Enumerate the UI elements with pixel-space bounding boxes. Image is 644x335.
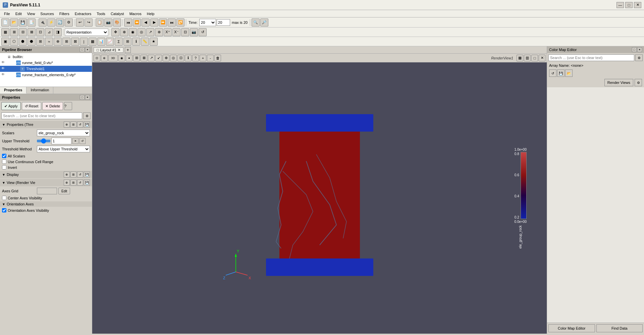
settings-button[interactable]: ⚙ — [65, 18, 73, 27]
change-input-button[interactable]: 📋 — [96, 18, 104, 27]
rotate-x-button[interactable]: X⁺ — [164, 28, 172, 36]
tb2-btn5[interactable]: ⊡ — [36, 28, 44, 36]
camera-button[interactable]: 📷 — [190, 28, 198, 36]
apply-button[interactable]: ✔ Apply — [1, 102, 21, 110]
orientation-axes-section-header[interactable]: ▼ Orientation Axes — [0, 201, 92, 207]
play-backward-button[interactable]: ◀ — [142, 18, 150, 27]
zoom-button[interactable]: ⊕ — [155, 28, 163, 36]
eye-icon-threshold[interactable]: 👁 — [1, 66, 6, 71]
pipeline-item-field[interactable]: 👁 VTK runme_field_0.vtu* — [0, 60, 92, 66]
props-close-button[interactable]: ✕ — [85, 95, 90, 100]
view-reset-button[interactable]: ↺ — [77, 180, 83, 186]
maximize-button[interactable]: □ — [625, 2, 633, 8]
new-button[interactable]: 📄 — [1, 18, 9, 27]
vt-btn15[interactable]: + — [200, 55, 206, 61]
save-button[interactable]: 💾 — [19, 18, 27, 27]
display-section-header[interactable]: ▼ Display ⊕ ⊞ ↺ 💾 — [0, 171, 92, 178]
vt-btn8[interactable]: ↗ — [148, 55, 155, 61]
last-frame-button[interactable]: ⏭ — [168, 18, 176, 27]
reset-camera-button[interactable]: 🔄 — [56, 18, 64, 27]
continuous-cell-range-checkbox[interactable] — [2, 159, 6, 164]
t3-btn2[interactable]: ⬡ — [10, 38, 18, 46]
color-map-editor-button[interactable]: Color Map Editor — [548, 324, 595, 332]
all-scalars-checkbox[interactable] — [2, 154, 6, 158]
menu-extractors[interactable]: Extractors — [72, 11, 94, 16]
cme-save-button[interactable]: 💾 — [557, 69, 565, 77]
view-maximize-button[interactable]: □ — [531, 55, 538, 61]
move-button[interactable]: ↗ — [146, 28, 154, 36]
layout-tab-1[interactable]: □ Layout #1 ✕ — [94, 47, 123, 53]
vt-btn13[interactable]: ℹ — [185, 55, 192, 61]
first-frame-button[interactable]: ⏮ — [124, 18, 132, 27]
properties-search-input[interactable] — [1, 112, 82, 119]
tb2-btn7[interactable]: ◨ — [54, 28, 62, 36]
eye-icon-fracture[interactable]: 👁 — [1, 73, 6, 77]
rotate-y-button[interactable]: X⁻ — [172, 28, 180, 36]
pipeline-minimize-button[interactable]: □ — [80, 47, 85, 52]
pipeline-item-threshold[interactable]: 👁 T Threshold1 — [0, 66, 92, 72]
upper-threshold-input[interactable] — [51, 138, 71, 144]
menu-edit[interactable]: Edit — [13, 11, 24, 16]
vt-btn12[interactable]: ⊡ — [177, 55, 184, 61]
vt-btn5[interactable]: ● — [126, 55, 132, 61]
eye-icon-field[interactable]: 👁 — [1, 60, 6, 65]
pipeline-item-fracture[interactable]: 👁 VTK runme_fracture_elements_0.vtp* — [0, 72, 92, 78]
t3-annot-btn[interactable]: ℹ — [132, 38, 140, 46]
t3-btn1[interactable]: ▣ — [1, 38, 9, 46]
open-button[interactable]: 📂 — [10, 18, 18, 27]
vt-btn7[interactable]: ⊠ — [141, 55, 147, 61]
section-copy-button[interactable]: ⊕ — [64, 122, 70, 128]
pick-button[interactable]: ⊕ — [120, 28, 128, 36]
t3-btn3[interactable]: ⬢ — [19, 38, 27, 46]
help-button[interactable]: ? — [64, 102, 72, 110]
vt-3d[interactable]: 3D — [108, 55, 118, 61]
display-paste-button[interactable]: ⊞ — [70, 172, 76, 178]
t3-ruler-btn[interactable]: 📏 — [141, 38, 149, 46]
t3-hist-btn[interactable]: 📈 — [106, 38, 114, 46]
cme-minimize-button[interactable]: □ — [632, 47, 637, 52]
select-cells-button[interactable]: ◉ — [129, 28, 137, 36]
select-points-button[interactable]: ◎ — [138, 28, 146, 36]
color-editor-button[interactable]: 🎨 — [113, 18, 121, 27]
add-layout-button[interactable]: + — [125, 47, 131, 53]
tb2-btn4[interactable]: ⊠ — [28, 28, 36, 36]
vt-btn11[interactable]: ◎ — [170, 55, 177, 61]
tab-properties[interactable]: Properties — [0, 87, 26, 94]
vt-btn10[interactable]: ⊕ — [163, 55, 169, 61]
vt-pick[interactable]: ⊕ — [101, 55, 108, 61]
center-axes-checkbox[interactable] — [2, 196, 6, 200]
menu-filters[interactable]: Filters — [57, 11, 72, 16]
cme-extra-button[interactable]: ⚙ — [635, 79, 642, 86]
render-views-button[interactable]: Render Views — [604, 79, 633, 86]
t3-stats-btn[interactable]: Σ — [115, 38, 123, 46]
menu-view[interactable]: View — [24, 11, 38, 16]
t3-btn4[interactable]: ⬣ — [28, 38, 36, 46]
upper-threshold-slider[interactable] — [37, 140, 50, 142]
view-paste-button[interactable]: ⊞ — [70, 180, 76, 186]
play-button[interactable]: ▶ — [150, 18, 158, 27]
reset-button[interactable]: ↺ Reset — [22, 102, 42, 110]
interact-button[interactable]: ✥ — [111, 28, 119, 36]
properties-search-gear[interactable]: ⚙ — [83, 112, 91, 119]
menu-help[interactable]: Help — [144, 11, 157, 16]
view-copy-button[interactable]: ⊕ — [64, 180, 70, 186]
play-forward-button[interactable]: ⏩ — [159, 18, 167, 27]
prev-frame-button[interactable]: ⏪ — [133, 18, 141, 27]
disconnect-button[interactable]: ⚡ — [47, 18, 55, 27]
zoom-in-button[interactable]: 🔍 — [252, 18, 260, 27]
minimize-button[interactable]: — — [616, 2, 624, 8]
display-reset-button[interactable]: ↺ — [77, 172, 83, 178]
properties-section-header[interactable]: ▼ Properties (Thre ⊕ ⊞ ↺ 💾 — [0, 121, 92, 128]
layout-tab-close[interactable]: ✕ — [118, 48, 120, 52]
t3-chart-btn[interactable]: 📊 — [97, 38, 105, 46]
t3-btn8[interactable]: ⊞ — [62, 38, 70, 46]
display-copy-button[interactable]: ⊕ — [64, 172, 70, 178]
t3-custom-btn[interactable]: ★ — [150, 38, 158, 46]
vt-btn6[interactable]: ⊞ — [133, 55, 140, 61]
vt-btn17[interactable]: 🗑 — [214, 55, 221, 61]
fit-button[interactable]: ⊡ — [181, 28, 189, 36]
props-minimize-button[interactable]: □ — [80, 95, 85, 100]
cme-refresh-button[interactable]: ↺ — [549, 69, 556, 77]
undo-button[interactable]: ↩ — [76, 18, 84, 27]
t3-btn5[interactable]: ⊞ — [36, 38, 44, 46]
